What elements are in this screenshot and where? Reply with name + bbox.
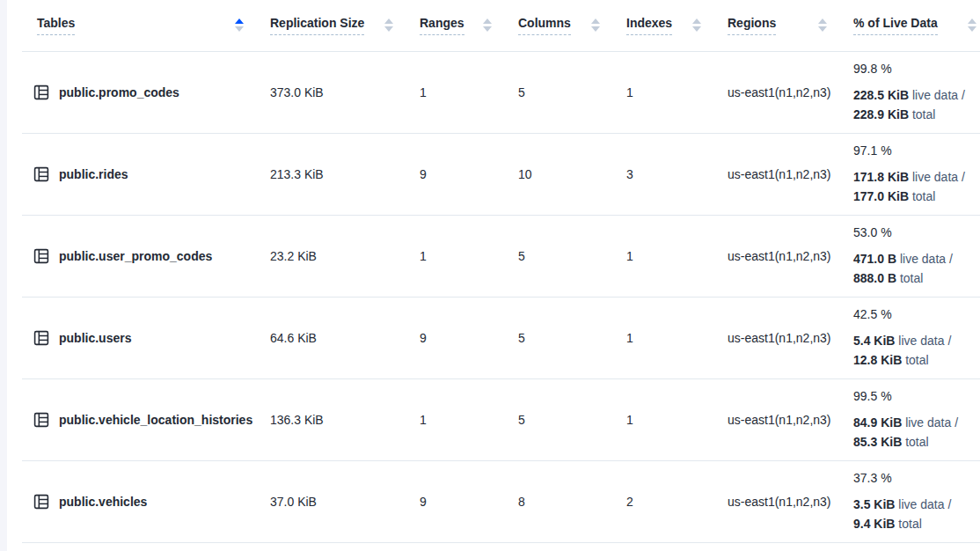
live-percent: 37.3 %	[853, 469, 975, 488]
table-name-cell: public.vehicle_location_histories	[22, 378, 260, 460]
total-data-size: 228.9 KiB	[853, 107, 909, 121]
sort-icon[interactable]	[692, 18, 701, 32]
live-percent: 99.8 %	[853, 60, 975, 78]
table-icon	[33, 412, 49, 428]
table-name-link[interactable]: public.user_promo_codes	[59, 249, 212, 263]
replication-size-cell: 213.3 KiB	[260, 133, 409, 215]
database-tables-table: Tables Replication Size Ranges	[22, 0, 980, 543]
live-data-suffix: live data /	[900, 252, 953, 266]
sort-icon[interactable]	[968, 18, 976, 32]
regions-cell: us-east1(n1,n2,n3)	[717, 378, 843, 460]
table-icon	[33, 166, 49, 182]
indexes-cell: 1	[616, 51, 717, 133]
table-icon	[33, 84, 49, 100]
tables-list-panel: Tables Replication Size Ranges	[22, 0, 980, 543]
table-name-cell: public.promo_codes	[22, 51, 260, 133]
column-header-replication-size[interactable]: Replication Size	[260, 0, 409, 51]
ranges-cell: 9	[409, 133, 508, 215]
sort-icon[interactable]	[384, 18, 393, 32]
table-icon	[33, 494, 49, 510]
column-header-ranges-label: Ranges	[420, 16, 464, 35]
table-name-link[interactable]: public.vehicle_location_histories	[59, 413, 252, 427]
replication-size-cell: 136.3 KiB	[260, 378, 409, 460]
live-data-size: 3.5 KiB	[853, 497, 895, 511]
total-data-suffix: total	[912, 189, 935, 203]
table-name-cell: public.users	[22, 297, 260, 378]
live-data-cell: 97.1 % 171.8 KiB live data / 177.0 KiB t…	[843, 133, 980, 215]
total-data-suffix: total	[905, 435, 928, 449]
table-header-row: Tables Replication Size Ranges	[22, 0, 980, 51]
sort-ascending-icon[interactable]	[235, 18, 244, 32]
live-data-size: 471.0 B	[853, 252, 896, 266]
sort-icon[interactable]	[591, 18, 600, 32]
live-percent: 97.1 %	[853, 142, 975, 160]
column-header-indexes-label: Indexes	[626, 16, 672, 35]
indexes-cell: 2	[616, 460, 717, 542]
regions-cell: us-east1(n1,n2,n3)	[717, 460, 843, 542]
regions-cell: us-east1(n1,n2,n3)	[717, 215, 843, 297]
replication-size-cell: 23.2 KiB	[260, 215, 409, 297]
ranges-cell: 9	[409, 460, 508, 542]
sort-icon[interactable]	[483, 18, 492, 32]
ranges-cell: 9	[409, 297, 508, 378]
table-name-cell: public.user_promo_codes	[22, 215, 260, 297]
live-data-cell: 99.8 % 228.5 KiB live data / 228.9 KiB t…	[843, 51, 980, 133]
column-header-live-data[interactable]: % of Live Data	[843, 0, 980, 51]
table-icon	[33, 248, 49, 264]
live-percent: 53.0 %	[853, 224, 975, 242]
columns-cell: 5	[508, 215, 616, 297]
live-data-cell: 53.0 % 471.0 B live data / 888.0 B total	[843, 215, 980, 297]
indexes-cell: 1	[616, 378, 717, 460]
live-data-suffix: live data /	[898, 497, 951, 511]
total-data-size: 9.4 KiB	[853, 517, 895, 531]
live-data-cell: 37.3 % 3.5 KiB live data / 9.4 KiB total	[843, 460, 980, 542]
total-data-suffix: total	[898, 517, 921, 531]
live-data-suffix: live data /	[898, 334, 951, 348]
live-data-suffix: live data /	[905, 415, 958, 430]
live-data-size: 171.8 KiB	[853, 170, 909, 184]
column-header-tables-label: Tables	[37, 16, 75, 35]
page-left-gutter	[0, 0, 7, 551]
indexes-cell: 1	[616, 215, 717, 297]
table-row: public.vehicle_location_histories 136.3 …	[22, 378, 980, 460]
table-row: public.vehicles 37.0 KiB 9 8 2 us-east1(…	[22, 460, 980, 542]
column-header-regions[interactable]: Regions	[717, 0, 843, 51]
table-name-link[interactable]: public.users	[59, 331, 131, 345]
columns-cell: 8	[508, 460, 616, 542]
columns-cell: 5	[508, 378, 616, 460]
column-header-replication-size-label: Replication Size	[270, 16, 364, 35]
live-data-suffix: live data /	[912, 170, 965, 184]
replication-size-cell: 37.0 KiB	[260, 460, 409, 542]
indexes-cell: 1	[616, 297, 717, 378]
column-header-indexes[interactable]: Indexes	[616, 0, 717, 51]
total-data-size: 177.0 KiB	[853, 189, 909, 203]
live-percent: 42.5 %	[853, 305, 975, 324]
indexes-cell: 3	[616, 133, 717, 215]
live-data-cell: 42.5 % 5.4 KiB live data / 12.8 KiB tota…	[843, 297, 980, 378]
column-header-live-data-label: % of Live Data	[853, 16, 938, 35]
live-data-size: 5.4 KiB	[853, 334, 895, 348]
table-name-link[interactable]: public.promo_codes	[59, 85, 179, 99]
table-name-link[interactable]: public.rides	[59, 167, 128, 181]
live-data-size: 228.5 KiB	[853, 88, 909, 102]
table-row: public.users 64.6 KiB 9 5 1 us-east1(n1,…	[22, 297, 980, 378]
column-header-regions-label: Regions	[728, 16, 776, 35]
table-name-cell: public.vehicles	[22, 460, 260, 542]
columns-cell: 5	[508, 51, 616, 133]
replication-size-cell: 373.0 KiB	[260, 51, 409, 133]
regions-cell: us-east1(n1,n2,n3)	[717, 51, 843, 133]
sort-icon[interactable]	[818, 18, 827, 32]
table-row: public.promo_codes 373.0 KiB 1 5 1 us-ea…	[22, 51, 980, 133]
column-header-tables[interactable]: Tables	[22, 0, 260, 51]
table-row: public.rides 213.3 KiB 9 10 3 us-east1(n…	[22, 133, 980, 215]
table-name-cell: public.rides	[22, 133, 260, 215]
column-header-ranges[interactable]: Ranges	[409, 0, 508, 51]
replication-size-cell: 64.6 KiB	[260, 297, 409, 378]
column-header-columns[interactable]: Columns	[508, 0, 616, 51]
table-name-link[interactable]: public.vehicles	[59, 495, 147, 509]
live-data-cell: 99.5 % 84.9 KiB live data / 85.3 KiB tot…	[843, 378, 980, 460]
live-percent: 99.5 %	[853, 387, 975, 406]
ranges-cell: 1	[409, 51, 508, 133]
total-data-suffix: total	[905, 353, 928, 367]
column-header-columns-label: Columns	[518, 16, 571, 35]
